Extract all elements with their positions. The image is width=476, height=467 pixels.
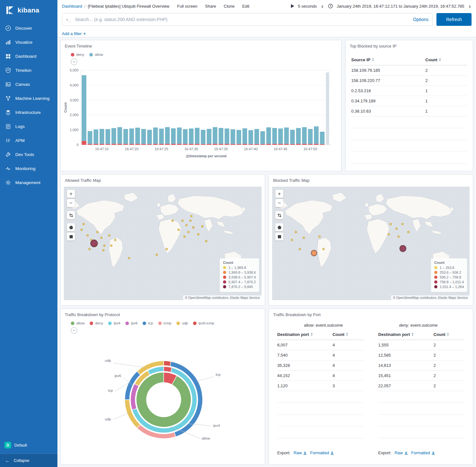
column-destination-port[interactable]: Destination port [378, 332, 434, 337]
map-attribution: © OpenStreetMap contributors, Elastic Ma… [391, 295, 470, 300]
sort-icon[interactable] [412, 333, 413, 336]
column-count[interactable]: Count [332, 332, 363, 337]
legend-item-ipv6[interactable]: ipv6 [125, 321, 138, 325]
zoom-in-button[interactable]: + [275, 190, 283, 198]
play-refresh-icon[interactable] [291, 4, 294, 8]
refresh-button[interactable]: Refresh [436, 13, 472, 26]
export-formatted-link[interactable]: Formatted [411, 450, 435, 455]
zoom-in-button[interactable]: + [67, 190, 75, 198]
deny-outcome-heading: deny: event.outcome [371, 323, 466, 328]
time-range[interactable]: January 24th 2019, 16:47:12.171 to Janua… [337, 4, 465, 9]
legend-item-deny[interactable]: deny [71, 53, 84, 56]
sort-icon[interactable] [439, 58, 441, 61]
collapse-arrow-icon: ← [5, 458, 10, 463]
sidebar-item-dashboard[interactable]: Dashboard [0, 49, 57, 63]
query-prompt-icon: >_ [66, 17, 71, 22]
panel-title: Traffic Breakdown by Port [269, 309, 473, 318]
legend-row: 253.6 – 506.2 [434, 271, 464, 274]
sort-icon[interactable] [447, 333, 449, 336]
sort-icon[interactable] [372, 58, 374, 61]
table-row-empty [378, 391, 465, 403]
sidebar-item-management[interactable]: Management [0, 175, 57, 189]
column-destination-port[interactable]: Destination port [277, 332, 332, 337]
panel-event-timeline: Event Timeline deny allow 01,0002,0003,0… [60, 40, 342, 171]
export-raw-link[interactable]: Raw [395, 450, 408, 455]
map-attribution: © OpenStreetMap contributors, Elastic Ma… [183, 295, 262, 300]
legend-item-ipv6-icmp[interactable]: ipv6-icmp [193, 321, 214, 325]
svg-text:@timestamp per second: @timestamp per second [186, 154, 226, 158]
zoom-out-button[interactable]: − [275, 199, 283, 207]
legend-row: 506.2 – 758.8 [434, 275, 464, 279]
sidebar-item-canvas[interactable]: Canvas [0, 77, 57, 91]
clone-button[interactable]: Clone [224, 4, 234, 9]
legend-collapse-button[interactable] [71, 327, 77, 334]
add-filter-plus-icon[interactable]: + [83, 31, 86, 36]
space-selector[interactable]: D Default [0, 442, 57, 448]
allowed-traffic-map[interactable]: + − Count 1 – 1,969.8 1,969.8 – 3,938.6 … [64, 187, 262, 300]
sidebar-item-infrastructure[interactable]: Infrastructure [0, 105, 57, 119]
protocol-sunburst-chart: udpipv6tcpudptcpipv4allow [63, 334, 261, 453]
sidebar-item-label: Infrastructure [15, 110, 41, 115]
sidebar-item-apm[interactable]: APM [0, 133, 57, 147]
sidebar-collapse-button[interactable]: ← Collapse [0, 454, 57, 467]
legend-item-allow[interactable]: allow [71, 321, 85, 325]
polygon-tool-button[interactable] [275, 223, 283, 231]
legend-item-udp[interactable]: udp [176, 321, 188, 325]
full-screen-button[interactable]: Full screen [177, 4, 197, 9]
sidebar-item-logs[interactable]: Logs [0, 119, 57, 133]
legend-item-icmp[interactable]: icmp [158, 321, 171, 325]
refresh-interval[interactable]: 5 seconds [298, 4, 317, 9]
sidebar-item-monitoring[interactable]: Monitoring [0, 161, 57, 175]
edit-button[interactable]: Edit [242, 4, 249, 9]
sidebar-item-visualize[interactable]: Visualize [0, 35, 57, 49]
legend-row: 1,969.8 – 3,938.6 [223, 271, 256, 274]
svg-text:allow: allow [202, 436, 210, 440]
column-count[interactable]: Count [425, 57, 467, 62]
table-row: 0.34.179.1891 [351, 96, 467, 106]
timelion-icon [5, 67, 11, 73]
sort-icon[interactable] [311, 333, 313, 336]
zoom-out-button[interactable]: − [67, 199, 75, 207]
time-forward-chevron-icon[interactable]: › [468, 3, 472, 9]
table-row: 12,5852 [378, 350, 465, 360]
search-input[interactable] [74, 17, 409, 22]
query-options-link[interactable]: Options [413, 17, 428, 22]
panel-traffic-by-port: Traffic Breakdown by Port allow: event.o… [269, 308, 473, 465]
time-back-chevron-icon[interactable]: ‹ [321, 3, 324, 9]
crop-tool-button[interactable] [67, 211, 75, 219]
rectangle-tool-button[interactable] [275, 233, 283, 241]
breadcrumb-dashboard-link[interactable]: Dashboard [62, 4, 82, 9]
export-formatted-link[interactable]: Formatted [310, 450, 334, 455]
sidebar-item-timelion[interactable]: Timelion [0, 63, 57, 77]
table-row-empty [378, 415, 465, 426]
sort-icon[interactable] [346, 333, 348, 336]
legend-collapse-button[interactable] [71, 59, 77, 65]
legend-item-tcp[interactable]: tcp [143, 321, 153, 325]
kibana-logo-block[interactable]: kibana [0, 0, 57, 21]
table-row: 158.109.220.772 [351, 76, 467, 86]
blocked-traffic-map[interactable]: + − Count 1 – 253.6 253.6 – 506.2 506.2 … [272, 187, 470, 300]
sidebar-item-dev-tools[interactable]: Dev Tools [0, 147, 57, 161]
polygon-tool-button[interactable] [67, 223, 75, 231]
svg-text:4,000: 4,000 [70, 83, 78, 87]
export-raw-link[interactable]: Raw [294, 450, 307, 455]
legend-item-deny[interactable]: deny [90, 321, 103, 325]
column-count[interactable]: Count [434, 332, 465, 337]
legend-row: 1,011.4 – 1,264 [434, 285, 464, 289]
sidebar-item-discover[interactable]: Discover [0, 21, 57, 35]
svg-text:1,000: 1,000 [70, 128, 78, 132]
dashboard-grid: Event Timeline deny allow 01,0002,0003,0… [57, 37, 476, 467]
sidebar-item-machine-learning[interactable]: Machine Learning [0, 91, 57, 105]
legend-item-ipv4[interactable]: ipv4 [108, 321, 120, 325]
share-button[interactable]: Share [205, 4, 216, 9]
rectangle-tool-button[interactable] [67, 233, 75, 241]
dashboard-icon [5, 53, 11, 59]
crop-tool-button[interactable] [275, 211, 283, 219]
column-source-ip[interactable]: Source IP [351, 57, 425, 62]
download-icon [404, 451, 408, 455]
svg-text:16:47:35: 16:47:35 [214, 147, 228, 151]
add-filter-link[interactable]: Add a filter [62, 31, 82, 36]
timeline-legend: deny allow [71, 53, 341, 56]
panel-title: Traffic Breakdown by Protocol [61, 309, 265, 318]
legend-item-allow[interactable]: allow [89, 53, 103, 56]
